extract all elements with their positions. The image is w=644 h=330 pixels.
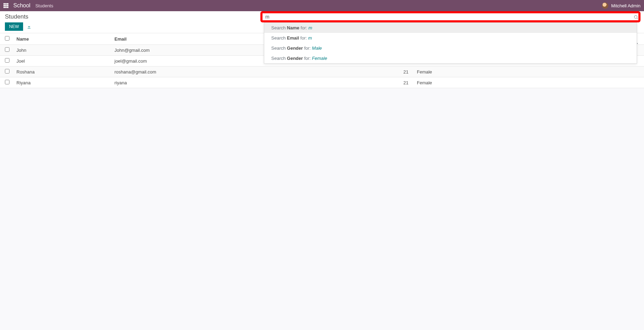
search-suggestion[interactable]: Search Gender for: Female	[264, 53, 637, 63]
search-icon[interactable]	[634, 15, 638, 20]
navbar-left: School Students	[4, 2, 53, 9]
search-area: Search Name for: m Search Email for: m S…	[264, 13, 637, 20]
row-checkbox[interactable]	[5, 69, 9, 73]
new-button[interactable]: NEW	[5, 22, 23, 31]
search-suggestion[interactable]: Search Email for: m	[264, 33, 637, 43]
cell-name: Roshana	[13, 66, 111, 77]
row-checkbox[interactable]	[5, 80, 9, 84]
search-suggestions: Search Name for: m Search Email for: m S…	[264, 22, 637, 64]
download-icon[interactable]	[27, 24, 31, 29]
row-checkbox[interactable]	[5, 58, 9, 63]
search-suggestion[interactable]: Search Name for: m	[264, 23, 637, 33]
select-all-checkbox[interactable]	[5, 36, 9, 41]
cell-age: 21	[398, 77, 412, 88]
cell-gender: Female	[412, 66, 644, 77]
cell-gender: Female	[412, 77, 644, 88]
svg-point-0	[634, 15, 637, 18]
table-row[interactable]: Roshana roshana@gmail.com 21 Female	[0, 66, 644, 77]
nav-students[interactable]: Students	[35, 3, 53, 8]
search-suggestion[interactable]: Search Gender for: Male	[264, 43, 637, 53]
cell-email: riyana	[111, 77, 398, 88]
cell-age: 21	[398, 66, 412, 77]
user-name: Mitchell Admin	[611, 3, 640, 8]
app-brand[interactable]: School	[13, 2, 30, 9]
svg-point-2	[637, 43, 638, 44]
avatar	[602, 2, 608, 9]
cell-name: John	[13, 45, 111, 56]
navbar: School Students Mitchell Admin	[0, 0, 644, 11]
user-menu[interactable]: Mitchell Admin	[602, 2, 640, 9]
control-panel: Students NEW Search Name for: m Search E…	[0, 11, 644, 33]
cell-name: Joel	[13, 56, 111, 66]
row-checkbox[interactable]	[5, 47, 9, 52]
cell-email: roshana@gmail.com	[111, 66, 398, 77]
cell-name: Riyana	[13, 77, 111, 88]
col-name[interactable]: Name	[13, 33, 111, 45]
apps-icon[interactable]	[4, 3, 8, 8]
svg-line-1	[637, 18, 638, 19]
search-input[interactable]	[264, 13, 637, 20]
table-row[interactable]: Riyana riyana 21 Female	[0, 77, 644, 88]
